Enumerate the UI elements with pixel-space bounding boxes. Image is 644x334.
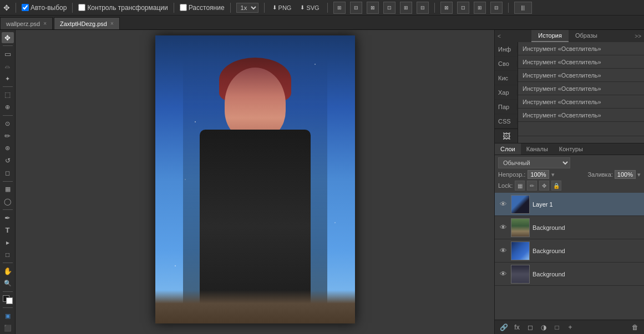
tools-sep4 (3, 181, 13, 182)
layer-eye-layer1[interactable]: 👁 (498, 199, 508, 209)
auto-select-checkbox[interactable]: Авто-выбор (22, 4, 67, 12)
lock-position-button[interactable]: ✥ (539, 181, 549, 191)
distribute-row-button[interactable]: ⊟ (490, 2, 503, 14)
history-item-3[interactable]: Инструмент «Осветлитель» (518, 69, 644, 82)
tool-eraser[interactable]: ◻ (2, 167, 14, 178)
tool-screen-mode[interactable]: ⬛ (2, 323, 14, 334)
tool-zoom[interactable]: 🔍 (2, 278, 14, 289)
transform-checkbox[interactable]: Контроль трансформации (78, 4, 168, 12)
png-button[interactable]: ⬇ PNG (270, 3, 294, 12)
align-bottom-button[interactable]: ⊟ (417, 2, 429, 14)
tool-path-select[interactable]: ▸ (2, 237, 14, 248)
tool-pen[interactable]: ✒ (2, 212, 14, 223)
layer-item-bg1[interactable]: 👁 Background (495, 216, 644, 239)
layer-item-bg3[interactable]: 👁 Background (495, 263, 644, 286)
tab-zaxtpt[interactable]: ZaxtptHDezg.psd × (54, 17, 120, 29)
tool-gradient[interactable]: ▦ (2, 183, 14, 194)
tool-dodge[interactable]: ◯ (2, 196, 14, 207)
canvas-button[interactable]: ||| (514, 2, 532, 14)
layers-tab-kontury[interactable]: Контуры (554, 143, 589, 155)
history-item-6[interactable]: Инструмент «Осветлитель» (518, 109, 644, 122)
add-style-button[interactable]: fx (511, 322, 523, 333)
align-left-button[interactable]: ⊞ (333, 2, 346, 14)
png-label: PNG (278, 4, 292, 11)
history-item-4[interactable]: Инструмент «Осветлитель» (518, 82, 644, 95)
fill-dropdown-icon[interactable]: ▾ (637, 171, 641, 178)
tool-quick-mask[interactable]: ▣ (2, 310, 14, 321)
tab-wallperz[interactable]: wallperz.psd × (0, 17, 53, 29)
history-item-5[interactable]: Инструмент «Осветлитель» (518, 95, 644, 109)
info-row-inf[interactable]: Инф (495, 42, 518, 56)
layer-item-bg2[interactable]: 👁 Background (495, 239, 644, 263)
layer-eye-bg1[interactable]: 👁 (498, 223, 508, 233)
top-toolbar: ✥ Авто-выбор Контроль трансформации Расс… (0, 0, 644, 16)
layer-item-layer1[interactable]: 👁 Layer 1 (495, 193, 644, 216)
svg-button[interactable]: ⬇ SVG (298, 3, 321, 12)
tab-historia[interactable]: История (531, 30, 569, 42)
info-row-par[interactable]: Пар (495, 100, 518, 114)
tab-zaxtpt-close[interactable]: × (110, 20, 114, 27)
layer-eye-bg2[interactable]: 👁 (498, 246, 508, 256)
distribute-h-button[interactable]: ⊠ (440, 2, 453, 14)
tool-move[interactable]: ✥ (2, 32, 14, 43)
terrain (155, 290, 355, 323)
collapse-right-button[interactable]: >> (632, 32, 644, 40)
image-icon: 🖼 (503, 132, 510, 141)
layer-eye-bg3[interactable]: 👁 (498, 269, 508, 279)
tool-magic-wand[interactable]: ✦ (2, 73, 14, 84)
link-layers-button[interactable]: 🔗 (498, 322, 509, 333)
add-mask-button[interactable]: ◻ (525, 322, 536, 333)
align-center-button[interactable]: ⊟ (350, 2, 362, 14)
tool-healing[interactable]: ⊙ (2, 118, 14, 129)
info-history-area: Инф Сво Кис Хар Пар CSS (495, 42, 644, 143)
tools-panel: ✥ ▭ ⌓ ✦ ⬚ ⊕ ⊙ ✏ ⊛ ↺ ◻ ▦ ◯ ✒ T ▸ □ ✋ 🔍 (0, 30, 16, 334)
info-row-svo[interactable]: Сво (495, 56, 518, 71)
canvas-area (16, 30, 494, 334)
align-right-button[interactable]: ⊠ (367, 2, 379, 14)
toolbar-sep6 (327, 3, 328, 13)
tool-history-brush[interactable]: ↺ (2, 155, 14, 166)
history-item-5-label: Инструмент «Осветлитель» (523, 99, 601, 105)
align-middle-button[interactable]: ⊞ (400, 2, 412, 14)
history-item-2[interactable]: Инструмент «Осветлитель» (518, 55, 644, 69)
distance-checkbox[interactable]: Расстояние (180, 4, 225, 12)
image-icon-row[interactable]: 🖼 (495, 129, 518, 143)
tool-brush[interactable]: ✏ (2, 130, 14, 141)
zoom-select[interactable]: 1x (236, 3, 258, 13)
layer-thumb-bg2 (511, 241, 530, 260)
tool-shape[interactable]: □ (2, 249, 14, 260)
align-top-button[interactable]: ⊡ (383, 2, 395, 14)
info-row-css[interactable]: CSS (495, 114, 518, 129)
info-row-har[interactable]: Хар (495, 85, 518, 100)
layers-tab-kanaly-label: Каналы (526, 146, 548, 152)
collapse-left-button[interactable]: < (495, 32, 504, 40)
tool-crop[interactable]: ⬚ (2, 89, 14, 100)
lock-image-button[interactable]: ✏ (527, 181, 537, 191)
new-layer-button[interactable]: + (565, 322, 576, 333)
tab-wallperz-close[interactable]: × (43, 20, 47, 27)
fill-value[interactable]: 100% (615, 170, 636, 179)
opacity-value[interactable]: 100% (528, 170, 549, 179)
layers-tab-kanaly[interactable]: Каналы (521, 143, 554, 155)
tab-obrazy[interactable]: Образы (569, 30, 604, 42)
tool-marquee[interactable]: ▭ (2, 48, 14, 59)
delete-layer-button[interactable]: 🗑 (630, 322, 641, 333)
new-group-button[interactable]: □ (551, 322, 562, 333)
distribute-v-button[interactable]: ⊡ (457, 2, 469, 14)
lock-pixels-button[interactable]: ▦ (515, 181, 525, 191)
blend-mode-select[interactable]: Обычный (498, 157, 570, 168)
tool-hand[interactable]: ✋ (2, 265, 14, 276)
info-row-kis[interactable]: Кис (495, 71, 518, 85)
tool-lasso[interactable]: ⌓ (2, 61, 14, 72)
lock-all-button[interactable]: 🔒 (551, 181, 561, 191)
tool-fg-bg-colors[interactable] (2, 294, 14, 305)
tool-text[interactable]: T (2, 224, 14, 235)
distribute-col-button[interactable]: ⊞ (474, 2, 486, 14)
layers-tab-sloi[interactable]: Слои (495, 143, 521, 155)
tool-clone-stamp[interactable]: ⊛ (2, 143, 14, 154)
fill-label: Заливка: (587, 171, 612, 178)
history-item-1[interactable]: Инструмент «Осветлитель» (518, 42, 644, 55)
new-adjustment-button[interactable]: ◑ (538, 322, 549, 333)
tool-eyedropper[interactable]: ⊕ (2, 102, 14, 113)
opacity-dropdown-icon[interactable]: ▾ (551, 171, 555, 178)
